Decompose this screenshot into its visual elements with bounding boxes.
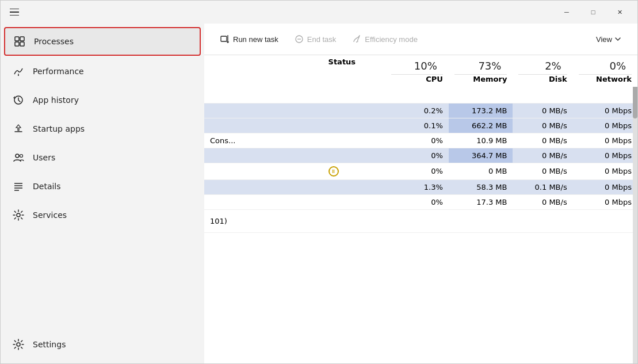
end-task-button[interactable]: End task [288, 31, 343, 47]
view-label: View [596, 35, 612, 44]
cell-disk-4: 0 MB/s [513, 148, 572, 163]
minimize-button[interactable]: ─ [553, 3, 580, 21]
sidebar-item-services[interactable]: Services [1, 201, 204, 229]
col-disk-label: Disk [549, 75, 567, 83]
sidebar-item-details[interactable]: Details [1, 172, 204, 201]
cell-memory-2: 662.2 MB [449, 118, 513, 133]
cell-status-4 [323, 148, 386, 163]
cell-memory-3: 10.9 MB [449, 133, 513, 148]
startup-apps-icon [12, 122, 25, 135]
hamburger-menu[interactable] [7, 6, 21, 18]
cell-cpu-0 [385, 87, 449, 103]
cell-cpu-3: 0% [385, 133, 449, 148]
col-cpu-pct: 10% [391, 58, 443, 75]
process-table: Status 10% CPU 73% Memory 2% Disk [204, 55, 637, 233]
svg-point-7 [20, 155, 23, 158]
table-row[interactable]: 101) [204, 209, 637, 232]
cell-status-5: ⏸ [323, 163, 386, 179]
col-header-name [204, 55, 323, 87]
cell-memory-6: 58.3 MB [449, 179, 513, 194]
cell-network-3: 0 Mbps [573, 133, 637, 148]
cell-disk-1: 0 MB/s [513, 103, 572, 118]
sidebar-item-processes[interactable]: Processes [4, 27, 201, 56]
col-memory-pct: 73% [454, 58, 507, 75]
title-bar-left [7, 6, 21, 18]
sidebar-item-app-history[interactable]: App history [1, 86, 204, 114]
title-bar: ─ □ ✕ [1, 1, 637, 24]
table-container[interactable]: Status 10% CPU 73% Memory 2% Disk [204, 55, 637, 363]
cell-status-6 [323, 179, 386, 194]
sidebar-spacer [1, 229, 204, 330]
svg-rect-14 [221, 36, 227, 41]
table-row[interactable]: 0% 364.7 MB 0 MB/s 0 Mbps [204, 148, 637, 163]
svg-point-6 [16, 154, 19, 158]
sidebar-item-performance[interactable]: Performance [1, 57, 204, 86]
run-new-task-button[interactable]: Run new task [213, 31, 285, 47]
efficiency-mode-button[interactable]: Efficiency mode [345, 31, 425, 47]
cell-cpu-6: 1.3% [385, 179, 449, 194]
cell-network-0 [573, 87, 637, 103]
col-header-memory[interactable]: 73% Memory [449, 55, 513, 87]
cell-disk-3: 0 MB/s [513, 133, 572, 148]
sidebar: Processes Performance App [1, 24, 204, 363]
col-header-network[interactable]: 0% Network [573, 55, 637, 87]
cell-network-2: 0 Mbps [573, 118, 637, 133]
cell-cpu-5: 0% [385, 163, 449, 179]
scrollbar[interactable] [633, 55, 637, 363]
cell-cpu-4: 0% [385, 148, 449, 163]
table-row[interactable]: 0% 17.3 MB 0 MB/s 0 Mbps [204, 194, 637, 209]
svg-rect-2 [15, 42, 19, 46]
run-new-task-label: Run new task [233, 35, 278, 44]
table-row[interactable]: Cons... 0% 10.9 MB 0 MB/s 0 Mbps [204, 133, 637, 148]
col-header-cpu[interactable]: 10% CPU [385, 55, 449, 87]
col-network-label: Network [596, 75, 632, 83]
sidebar-item-startup-apps[interactable]: Startup apps [1, 114, 204, 143]
table-row[interactable]: 0.1% 662.2 MB 0 MB/s 0 Mbps [204, 118, 637, 133]
cell-cpu-2: 0.1% [385, 118, 449, 133]
sidebar-item-details-label: Details [33, 182, 61, 191]
cell-name-7 [204, 194, 323, 209]
app-history-icon [12, 94, 25, 106]
table-row[interactable]: 1.3% 58.3 MB 0.1 MB/s 0 Mbps [204, 179, 637, 194]
sidebar-item-users-label: Users [33, 153, 55, 162]
sidebar-item-settings[interactable]: Settings [1, 330, 204, 359]
cell-disk-2: 0 MB/s [513, 118, 572, 133]
sidebar-item-performance-label: Performance [33, 67, 84, 76]
end-task-label: End task [307, 35, 337, 44]
cell-network-8 [573, 209, 637, 232]
sidebar-item-services-label: Services [33, 210, 67, 220]
close-button[interactable]: ✕ [606, 3, 633, 21]
cell-status-8 [323, 209, 386, 232]
details-icon [12, 180, 25, 193]
col-network-pct: 0% [579, 58, 632, 75]
svg-rect-1 [20, 37, 24, 41]
sidebar-item-users[interactable]: Users [1, 143, 204, 172]
cell-disk-0 [513, 87, 572, 103]
col-header-disk[interactable]: 2% Disk [513, 55, 572, 87]
view-button[interactable]: View [589, 32, 628, 47]
cell-cpu-8 [385, 209, 449, 232]
cell-status-3 [323, 133, 386, 148]
cell-status-1 [323, 103, 386, 118]
svg-point-12 [17, 213, 20, 217]
sidebar-item-settings-label: Settings [33, 340, 66, 349]
cell-memory-8 [449, 209, 513, 232]
processes-icon [13, 35, 26, 48]
table-row[interactable]: ⏸ 0% 0 MB 0 MB/s 0 Mbps [204, 163, 637, 179]
col-memory-label: Memory [473, 75, 507, 83]
cell-name-8: 101) [204, 209, 323, 232]
chevron-down-icon [614, 36, 621, 43]
run-new-task-icon [220, 35, 230, 44]
table-row[interactable]: 0.2% 173.2 MB 0 MB/s 0 Mbps [204, 103, 637, 118]
cell-cpu-7: 0% [385, 194, 449, 209]
cell-name-4 [204, 148, 323, 163]
cell-memory-5: 0 MB [449, 163, 513, 179]
table-row[interactable] [204, 87, 637, 103]
maximize-button[interactable]: □ [580, 3, 606, 21]
svg-point-13 [17, 343, 20, 346]
col-header-status[interactable]: Status [323, 55, 386, 87]
col-cpu-label: CPU [426, 75, 443, 83]
sidebar-item-processes-label: Processes [34, 37, 74, 46]
users-icon [12, 151, 25, 164]
cell-disk-6: 0.1 MB/s [513, 179, 572, 194]
